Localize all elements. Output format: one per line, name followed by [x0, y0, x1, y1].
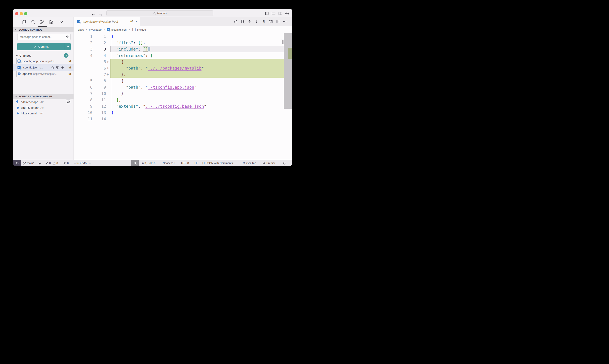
indentation-item[interactable]: Spaces: 2 [163, 160, 175, 166]
maximize-window-button[interactable] [24, 12, 27, 15]
toggle-panel-icon[interactable] [272, 11, 276, 15]
toggle-secondary-sidebar-icon[interactable] [278, 11, 282, 15]
modified-badge: M [68, 66, 71, 69]
commit-message-box[interactable] [17, 34, 71, 40]
code-line[interactable]: 912 "extends": "../../tsconfig.base.json… [74, 103, 292, 109]
code-line[interactable]: 11{ [74, 33, 292, 39]
bell-icon [283, 162, 286, 165]
status-label: Cursor Tab [243, 162, 256, 165]
sparkle-ai-icon[interactable] [65, 35, 69, 39]
code-editor[interactable]: 11{22 "files": [],33 "include": [],44 "r… [74, 33, 292, 160]
language-mode-item[interactable]: {}JSON with Comments [202, 160, 233, 166]
minimap-icon[interactable] [269, 19, 273, 24]
scrollbar-thumb[interactable] [284, 33, 292, 109]
changed-file-row[interactable]: TStsconfig.app.jsonapps/m...M [13, 58, 74, 64]
checkout-target-button[interactable] [66, 99, 71, 104]
old-line-number: 10 [78, 109, 92, 116]
navigate-forward-icon[interactable] [99, 13, 103, 17]
breadcrumb-item[interactable]: include [137, 28, 146, 31]
commit-message: add TS library [21, 106, 39, 109]
tab-tsconfig-working-tree[interactable]: TS tsconfig.json (Working Tree) M × [74, 17, 140, 26]
code-text: { [111, 33, 114, 39]
code-line[interactable]: 6+ "path": "../../packages/mytslib" [74, 65, 292, 71]
code-line[interactable]: 7+ }, [74, 71, 292, 78]
more-actions-icon[interactable] [283, 19, 287, 24]
settings-gear-icon[interactable] [285, 11, 289, 15]
cursor-tab-item[interactable]: Cursor Tab [243, 160, 256, 166]
branch-item[interactable]: main* [23, 160, 34, 166]
line-highlight-band [110, 97, 284, 103]
code-line[interactable]: 33 "include": [], [74, 46, 292, 52]
file-name: app.tsx [23, 72, 32, 76]
formatter-item[interactable]: Prettier [262, 160, 275, 166]
code-line[interactable]: 811 ], [74, 97, 292, 103]
breadcrumb-item[interactable]: myviteapp [89, 28, 102, 31]
zoom-indicator[interactable] [131, 160, 139, 166]
code-line[interactable]: 1013} [74, 109, 292, 116]
close-window-button[interactable] [15, 12, 18, 15]
source-control-header[interactable]: SOURCE CONTROL [13, 27, 74, 32]
activity-more-views-icon[interactable] [59, 20, 64, 25]
activity-source-control-icon[interactable] [40, 20, 45, 25]
line-highlight-band [110, 109, 284, 116]
commit-dot [17, 112, 19, 114]
status-label: Spaces: 2 [163, 162, 175, 165]
minimize-window-button[interactable] [20, 12, 23, 15]
eol-item[interactable]: LF [194, 160, 198, 166]
previous-change-icon[interactable] [248, 19, 252, 24]
breadcrumb[interactable]: appsmyviteappTStsconfig.json[ ]include [74, 26, 292, 33]
warnings-item[interactable]: 0 [52, 160, 58, 166]
toggle-primary-sidebar-icon[interactable] [265, 11, 269, 15]
changes-section-header[interactable]: Changes 3 [15, 53, 72, 58]
open-file-icon[interactable] [51, 66, 54, 69]
changed-file-row[interactable]: app.tsxapps/myviteapp/sr...M [13, 71, 74, 77]
circlex-icon [45, 162, 48, 165]
activity-search-icon[interactable] [31, 20, 36, 25]
remote-indicator[interactable] [13, 160, 21, 166]
ports-item[interactable]: 0 [63, 160, 69, 166]
errors-item[interactable]: 0 [45, 160, 51, 166]
code-line[interactable]: 1114 [74, 116, 292, 122]
navigate-back-icon[interactable] [91, 13, 96, 17]
activity-explorer-icon[interactable] [22, 20, 26, 25]
vim-mode-item[interactable]: -- NORMAL -- [74, 160, 91, 166]
source-control-graph-header[interactable]: SOURCE CONTROL GRAPH [13, 94, 74, 99]
commit-message-input[interactable] [19, 35, 65, 39]
ts-file-icon: TS [107, 28, 110, 31]
ts-file-icon: TS [77, 20, 81, 23]
scrollbar[interactable] [284, 33, 292, 160]
next-change-icon[interactable] [255, 19, 259, 24]
inline-view-icon[interactable] [241, 19, 245, 24]
commit-row[interactable]: add TS libraryJuri [13, 105, 74, 110]
code-line[interactable]: 22 "files": [], [74, 39, 292, 46]
code-line[interactable]: 710 } [74, 90, 292, 97]
discard-changes-icon[interactable] [56, 66, 59, 69]
command-center-text: tsmono [157, 12, 167, 15]
split-editor-icon[interactable] [276, 19, 280, 24]
cursor-position-item[interactable]: Ln 3, Col 16 [141, 160, 155, 166]
chevron-down-icon [15, 95, 18, 98]
file-name: tsconfig.app.json [23, 60, 44, 63]
render-whitespace-icon[interactable]: ¶ [262, 19, 266, 24]
commit-button[interactable]: Commit [17, 43, 71, 50]
command-center-search[interactable]: tsmono [106, 10, 213, 16]
stage-changes-icon[interactable] [61, 66, 64, 69]
encoding-item[interactable]: UTF-8 [181, 160, 189, 166]
breadcrumb-item[interactable]: tsconfig.json [111, 28, 127, 31]
open-changes-icon[interactable] [234, 19, 238, 24]
code-line[interactable]: 69 "path": "./tsconfig.app.json" [74, 84, 292, 90]
activity-extensions-icon[interactable] [49, 20, 54, 25]
code-line[interactable]: 58 { [74, 78, 292, 84]
commit-dropdown-button[interactable] [65, 43, 71, 50]
changed-file-row[interactable]: TStsconfig.jsona...M [13, 64, 74, 71]
code-line[interactable]: 44 "references": [ [74, 52, 292, 59]
publish-item[interactable] [38, 160, 41, 166]
code-line[interactable]: 5+ { [74, 59, 292, 65]
new-line-number: 12 [92, 103, 106, 109]
breadcrumb-item[interactable]: apps [78, 28, 84, 31]
commit-row[interactable]: Initial commitJuri [13, 110, 74, 116]
close-tab-icon[interactable]: × [135, 20, 137, 23]
notifications-bell-icon[interactable] [283, 160, 286, 166]
commit-row[interactable]: add react appJuri [13, 99, 74, 105]
old-line-number: 2 [78, 39, 92, 46]
